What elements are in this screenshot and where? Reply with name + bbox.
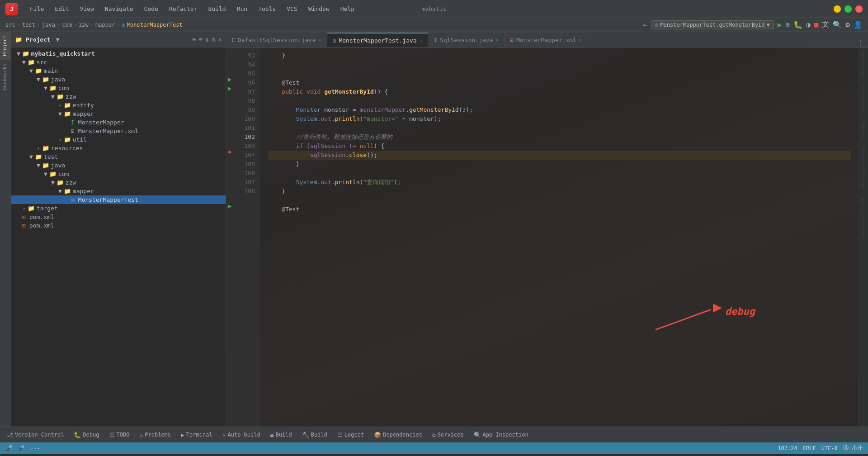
search-icon[interactable]: 🔍: [833, 20, 842, 29]
bt-services[interactable]: ⚙ Services: [428, 430, 468, 440]
tab-close-mmt[interactable]: ×: [420, 38, 423, 43]
tree-item-test-mapper[interactable]: ▼ 📁 mapper: [11, 187, 226, 195]
tree-item-pom2[interactable]: m pom.xml: [11, 221, 226, 230]
maximize-button[interactable]: □: [844, 5, 852, 13]
code-content[interactable]: } @Test public void getMonsterById() { M…: [260, 48, 858, 427]
menu-tools[interactable]: Tools: [254, 4, 280, 14]
breadcrumb-file[interactable]: ◎ MonsterMapperTest: [122, 22, 183, 28]
profile-button[interactable]: ◑: [806, 20, 811, 29]
menu-window[interactable]: Window: [304, 4, 334, 14]
menu-build[interactable]: Build: [204, 4, 231, 14]
tree-item-mapper[interactable]: ▼ 📁 mapper: [11, 109, 226, 118]
tab-sqlsession[interactable]: I SqlSession.java ×: [428, 33, 505, 47]
breakpoint-icon[interactable]: ●: [226, 147, 233, 156]
project-tab[interactable]: Project: [0, 32, 11, 60]
tab-close-ss[interactable]: ×: [496, 37, 499, 43]
tab-monstermappertest[interactable]: ◎ MonsterMapperTest.java ×: [327, 33, 429, 47]
vc-icon: ⎇: [6, 432, 13, 438]
status-crlf[interactable]: CRLF: [803, 445, 816, 451]
breadcrumb-mapper[interactable]: mapper: [95, 22, 115, 28]
bt-version-control[interactable]: ⎇ Version Control: [2, 430, 68, 440]
tab-close-ds[interactable]: ×: [318, 37, 321, 43]
tree-label-pom1: pom.xml: [29, 214, 54, 220]
tree-item-java[interactable]: ▼ 📁 java: [11, 75, 226, 84]
run-gutter-icon2[interactable]: ▶: [226, 84, 233, 93]
tab-defaultsqlsession[interactable]: C DefaultSqlSession.java ×: [226, 33, 327, 47]
coverage-button[interactable]: ⊕: [785, 20, 790, 29]
stop-button[interactable]: ■: [814, 20, 819, 29]
tree-item-util[interactable]: › 📁 util: [11, 135, 226, 144]
bt-terminal[interactable]: ▶ Terminal: [176, 430, 217, 440]
run-gutter-icon[interactable]: ▶: [226, 75, 233, 84]
bt-profiler[interactable]: ◉ Build: [266, 430, 297, 440]
bt-logcat[interactable]: ☰ Logcat: [333, 430, 368, 440]
menu-navigate[interactable]: Navigate: [100, 4, 138, 14]
breadcrumb-src[interactable]: src: [5, 22, 15, 28]
tree-item-src[interactable]: ▼ 📁 src: [11, 58, 226, 66]
close-button[interactable]: ×: [855, 5, 863, 13]
tree-item-monstermapper[interactable]: I MonsterMapper: [11, 118, 226, 127]
collapse-icon[interactable]: ≡: [198, 36, 202, 43]
ln-96: 96: [233, 78, 260, 87]
run-config-box[interactable]: ◎ MonsterMapperTest.getMonsterById ▼: [651, 20, 774, 29]
code-view[interactable]: ▶ ▶ ● ▶ 93 94 95 96: [226, 48, 868, 427]
tree-item-resources[interactable]: › 📁 resources: [11, 144, 226, 152]
tree-item-test-com[interactable]: ▼ 📁 com: [11, 170, 226, 178]
bt-autobuild[interactable]: ⚡ Auto-build: [218, 430, 265, 440]
minimize-button[interactable]: −: [834, 5, 841, 13]
breadcrumb-zzw[interactable]: zzw: [79, 22, 89, 28]
expand-icon-test-zzw: ▼: [51, 179, 55, 186]
bt-build[interactable]: 🔨 Build: [297, 430, 332, 440]
menu-file[interactable]: File: [25, 4, 48, 14]
bt-debug[interactable]: 🐛 Debug: [69, 430, 104, 440]
back-icon[interactable]: ←: [643, 20, 648, 29]
tree-item-root[interactable]: ▼ 📁 mybatis_quickstart: [11, 49, 226, 58]
sort-icon[interactable]: ⇅: [205, 36, 209, 43]
tab-more-button[interactable]: ⋮: [854, 38, 868, 47]
menu-view[interactable]: View: [75, 4, 99, 14]
menu-run[interactable]: Run: [232, 4, 252, 14]
close-panel-icon[interactable]: ×: [218, 36, 222, 43]
breadcrumb-test[interactable]: test: [22, 22, 35, 28]
tree-item-zzw[interactable]: ▼ 📁 zzw: [11, 92, 226, 101]
breadcrumb-java[interactable]: java: [42, 22, 55, 28]
settings-icon[interactable]: ⚙: [845, 20, 850, 29]
bt-todo[interactable]: ☰ TODO: [105, 430, 134, 440]
tree-item-monstermapper-xml[interactable]: ⊡ MonsterMapper.xml: [11, 127, 226, 135]
tree-item-test-zzw[interactable]: ▼ 📁 zzw: [11, 178, 226, 187]
bt-problems[interactable]: ⚠ Problems: [135, 430, 175, 440]
run-button[interactable]: ▶: [778, 20, 782, 29]
bookmarks-tab[interactable]: Bookmarks: [0, 60, 11, 94]
tab-close-mmx[interactable]: ×: [579, 37, 582, 43]
tab-monstermapper-xml[interactable]: ⊡ MonsterMapper.xml ×: [505, 33, 588, 47]
bt-dependencies[interactable]: 📦 Dependencies: [369, 430, 427, 440]
tree-item-main[interactable]: ▼ 📁 main: [11, 66, 226, 75]
menu-edit[interactable]: Edit: [50, 4, 73, 14]
translate-icon[interactable]: 文: [822, 20, 829, 29]
interface-icon: I: [71, 119, 75, 126]
tree-label-zzw: zzw: [66, 93, 76, 100]
debug-button[interactable]: 🐛: [793, 20, 802, 29]
bt-app-inspection[interactable]: 🔍 App Inspection: [469, 430, 533, 440]
tree-item-test[interactable]: ▼ 📁 test: [11, 152, 226, 161]
user-icon[interactable]: 👤: [854, 20, 863, 29]
menu-help[interactable]: Help: [336, 4, 359, 14]
locate-icon[interactable]: ⊕: [192, 36, 196, 43]
tree-item-pom1[interactable]: m pom.xml: [11, 213, 226, 221]
status-encoding[interactable]: UTF-8: [821, 445, 838, 451]
tree-item-com[interactable]: ▼ 📁 com: [11, 84, 226, 92]
menu-refactor[interactable]: Refactor: [165, 4, 202, 14]
status-position[interactable]: 102:24: [778, 445, 797, 451]
breadcrumb-com[interactable]: com: [62, 22, 72, 28]
tree-item-test-java[interactable]: ▼ 📁 java: [11, 161, 226, 170]
gear-icon[interactable]: ⚙: [212, 36, 215, 43]
tree-item-entity[interactable]: › 📁 entity: [11, 101, 226, 109]
tree-item-monstermappertest[interactable]: ◎ MonsterMapperTest: [11, 195, 226, 204]
menu-vcs[interactable]: VCS: [282, 4, 302, 14]
mic-icon[interactable]: 🎤: [5, 445, 13, 451]
menu-code[interactable]: Code: [140, 4, 163, 14]
run-gutter-icon3[interactable]: ▶: [226, 201, 233, 210]
tree-item-target[interactable]: › 📁 target: [11, 204, 226, 213]
code-line-107: [268, 196, 851, 205]
expand-icon-mapper: ▼: [58, 110, 62, 117]
